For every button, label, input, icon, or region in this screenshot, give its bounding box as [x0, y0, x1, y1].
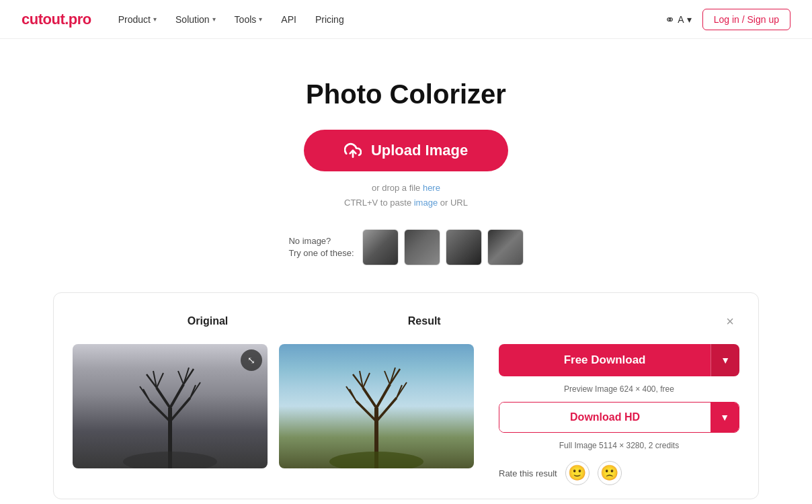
images-row: ⤡	[73, 344, 739, 485]
original-image-col: ⤡	[73, 344, 271, 468]
chevron-down-icon: ▾	[259, 15, 262, 23]
login-button[interactable]: Log in / Sign up	[702, 9, 790, 30]
drop-or-text: or drop a file	[372, 183, 423, 193]
nav-links: Product ▾ Solution ▾ Tools ▾ API Pricing	[118, 14, 665, 25]
paste-hint: CTRL+V to paste image or URL	[344, 198, 468, 208]
sample-thumb-1[interactable]	[362, 229, 399, 265]
sample-thumb-3[interactable]	[446, 229, 482, 265]
full-info: Full Image 5114 × 3280, 2 credits	[499, 441, 739, 450]
sad-emoji-icon: 🙁	[600, 466, 618, 480]
logo-text-start: cutout	[22, 11, 65, 28]
nav-pricing[interactable]: Pricing	[315, 14, 344, 25]
tree-illustration-result	[309, 354, 444, 468]
download-hd-row: Download HD ▼	[499, 402, 739, 433]
result-preview	[279, 344, 474, 468]
download-sidebar: Free Download ▼ Preview Image 624 × 400,…	[477, 344, 739, 485]
happy-emoji-icon: 🙂	[568, 466, 586, 480]
drop-hint: or drop a file here CTRL+V to paste imag…	[344, 181, 468, 210]
rate-sad-button[interactable]: 🙁	[598, 461, 622, 485]
result-image	[279, 344, 474, 468]
close-button[interactable]: ×	[721, 312, 739, 331]
logo-text-accent: .pro	[65, 11, 91, 28]
result-panel: Original Result ×	[53, 292, 759, 499]
upload-icon	[344, 142, 362, 159]
original-preview: ⤡	[73, 344, 268, 468]
nav-product[interactable]: Product ▾	[118, 14, 157, 25]
original-image: ⤡	[73, 344, 268, 468]
navbar: cutout.pro Product ▾ Solution ▾ Tools ▾ …	[0, 0, 812, 39]
dropdown-arrow-icon: ▼	[720, 412, 729, 423]
download-hd-arrow-button[interactable]: ▼	[710, 403, 739, 432]
chevron-down-icon: ▾	[212, 15, 216, 23]
result-header: Original Result ×	[73, 312, 739, 331]
language-button[interactable]: ⚭ A ▾	[665, 12, 691, 27]
sample-row: No image? Try one of these:	[288, 229, 523, 265]
preview-info: Preview Image 624 × 400, free	[499, 384, 739, 394]
upload-button[interactable]: Upload Image	[304, 130, 508, 171]
nav-solution[interactable]: Solution ▾	[175, 14, 216, 25]
free-download-button[interactable]: Free Download	[499, 344, 710, 376]
result-image-col	[279, 344, 477, 468]
chevron-down-icon: ▾	[153, 15, 157, 23]
dropdown-arrow-icon: ▼	[721, 355, 730, 366]
drop-link[interactable]: here	[423, 183, 440, 193]
original-label: Original	[188, 315, 228, 327]
free-download-row: Free Download ▼	[499, 344, 739, 376]
hero-section: Photo Colorizer Upload Image or drop a f…	[0, 39, 812, 279]
download-hd-button[interactable]: Download HD	[499, 403, 710, 432]
rate-row: Rate this result 🙂 🙁	[499, 461, 739, 485]
lang-label: A	[678, 14, 684, 25]
page-title: Photo Colorizer	[306, 79, 506, 110]
rate-label: Rate this result	[499, 468, 557, 478]
tree-illustration-original	[103, 354, 237, 468]
logo[interactable]: cutout.pro	[22, 11, 91, 28]
sample-thumbnails	[362, 229, 524, 265]
nav-right: ⚭ A ▾ Log in / Sign up	[665, 9, 790, 30]
result-label: Result	[408, 315, 441, 327]
chevron-down-icon: ▾	[687, 14, 692, 25]
nav-api[interactable]: API	[281, 14, 296, 25]
nav-tools[interactable]: Tools ▾	[235, 14, 263, 25]
free-download-arrow-button[interactable]: ▼	[710, 344, 739, 376]
rate-happy-button[interactable]: 🙂	[565, 461, 590, 485]
crop-badge[interactable]: ⤡	[241, 349, 262, 371]
sample-thumb-2[interactable]	[404, 229, 440, 265]
crop-icon: ⤡	[247, 355, 255, 366]
translate-icon: ⚭	[665, 12, 675, 27]
sample-label: No image? Try one of these:	[288, 235, 354, 259]
sample-thumb-4[interactable]	[487, 229, 524, 265]
